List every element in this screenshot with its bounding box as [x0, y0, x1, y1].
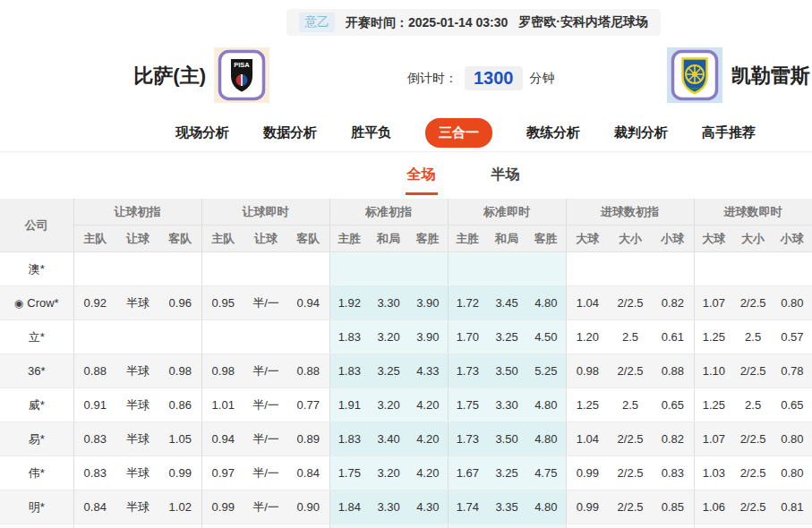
odds-cell: 2.5 — [609, 388, 652, 422]
odds-cell: 半/一 — [244, 456, 287, 490]
table-row: ◉Crow*0.92半球0.960.95半/一0.941.923.303.901… — [0, 286, 812, 320]
nav-tab-教练分析[interactable]: 教练分析 — [526, 124, 580, 141]
group-header: 让球初指 — [73, 199, 201, 226]
odds-cell: 0.90 — [287, 490, 329, 524]
table-row: Interwet*0.80半球0.900.70半球1.051.833.354.4… — [0, 524, 812, 528]
odds-cell: 1.75 — [448, 388, 487, 422]
countdown-value: 1300 — [465, 66, 523, 90]
sub-column-header: 和局 — [369, 226, 408, 252]
odds-cell: 3.35 — [369, 524, 408, 528]
soccer-ball-icon: ◉ — [14, 297, 23, 310]
odds-cell: 3.30 — [369, 286, 408, 320]
nav-tab-高手推荐[interactable]: 高手推荐 — [702, 124, 756, 141]
period-tab-全场[interactable]: 全场 — [406, 162, 438, 195]
odds-cell: 半/一 — [244, 286, 287, 320]
odds-cell: 0.86 — [159, 388, 201, 422]
odds-cell: 0.82 — [652, 422, 694, 456]
group-header: 进球数即时 — [694, 199, 812, 226]
sub-column-header: 和局 — [487, 226, 526, 252]
odds-cell: 半球 — [116, 422, 159, 456]
odds-cell: 半球 — [244, 524, 287, 528]
odds-cell: 1.25 — [694, 388, 733, 422]
odds-cell: 半球 — [116, 388, 159, 422]
odds-cell: 3.20 — [369, 320, 408, 354]
odds-cell — [287, 252, 329, 286]
odds-cell: 1.73 — [448, 354, 487, 388]
company-cell: 伟* — [0, 456, 73, 490]
odds-cell: 1.02 — [159, 490, 201, 524]
sub-column-header: 大球 — [566, 226, 609, 252]
odds-cell: 3.30 — [369, 490, 408, 524]
odds-cell: 1.72 — [448, 286, 487, 320]
odds-cell: 2/2.5 — [733, 354, 773, 388]
table-row: 36*0.88半球0.980.98半/一0.881.833.254.331.73… — [0, 354, 812, 388]
odds-cell: 2/2.5 — [609, 286, 652, 320]
odds-cell: 0.98 — [159, 354, 201, 388]
odds-cell: 2.5 — [609, 524, 652, 528]
venue-name: 罗密欧·安科内塔尼球场 — [518, 14, 648, 30]
nav-tab-数据分析[interactable]: 数据分析 — [263, 124, 317, 141]
odds-cell: 半球 — [116, 286, 159, 320]
group-header: 让球即时 — [201, 199, 329, 226]
odds-cell: 3.20 — [369, 388, 408, 422]
sub-column-header: 客队 — [287, 226, 329, 252]
odds-cell: 半球 — [116, 354, 159, 388]
odds-cell: 0.80 — [73, 524, 116, 528]
period-tab-半场[interactable]: 半场 — [490, 162, 522, 195]
odds-cell: 0.99 — [201, 490, 244, 524]
odds-cell: 0.89 — [287, 422, 329, 456]
period-tabs: 全场半场 — [57, 162, 812, 195]
svg-text:PISA: PISA — [234, 61, 250, 69]
odds-cell: 0.99 — [566, 456, 609, 490]
company-cell: 明* — [0, 490, 73, 524]
nav-tab-裁判分析[interactable]: 裁判分析 — [614, 124, 668, 141]
odds-cell: 0.98 — [201, 354, 244, 388]
odds-cell: 1.67 — [448, 456, 487, 490]
odds-cell: 4.20 — [408, 456, 448, 490]
odds-cell: 3.50 — [487, 422, 526, 456]
odds-cell: 4.80 — [526, 388, 566, 422]
odds-cell — [652, 252, 694, 286]
odds-cell: 半球 — [116, 456, 159, 490]
odds-cell: 1.07 — [694, 422, 733, 456]
odds-cell: 3.35 — [487, 490, 526, 524]
odds-cell: 0.99 — [159, 456, 201, 490]
odds-cell: 4.40 — [408, 524, 448, 528]
nav-tab-胜平负[interactable]: 胜平负 — [351, 124, 391, 141]
odds-cell: 0.90 — [159, 524, 201, 528]
odds-cell — [408, 252, 448, 286]
table-row: 威*0.91半球0.861.01半/一0.771.913.204.201.753… — [0, 388, 812, 422]
odds-cell: 0.91 — [73, 388, 116, 422]
countdown-label: 倒计时： — [407, 71, 457, 87]
odds-cell: 半/一 — [244, 422, 287, 456]
odds-cell: 0.80 — [773, 456, 812, 490]
sub-column-header: 客胜 — [408, 226, 448, 252]
odds-cell: 3.90 — [408, 286, 448, 320]
column-header-company: 公司 — [0, 199, 73, 252]
odds-cell: 0.70 — [201, 524, 244, 528]
odds-cell: 1.83 — [329, 320, 369, 354]
sub-column-header: 客胜 — [526, 226, 566, 252]
group-header: 标准即时 — [448, 199, 566, 226]
table-row: 立*1.833.203.901.703.254.501.202.50.611.2… — [0, 320, 812, 354]
odds-cell: 1.06 — [694, 490, 733, 524]
odds-cell: 4.80 — [526, 422, 566, 456]
odds-cell: 1.05 — [159, 422, 201, 456]
odds-cell: 3.25 — [369, 354, 408, 388]
odds-cell: 1.03 — [694, 456, 733, 490]
odds-cell: 2.5 — [733, 320, 773, 354]
odds-cell: 2.5 — [609, 320, 652, 354]
league-badge: 意乙 — [299, 13, 335, 32]
odds-cell: 4.20 — [408, 388, 448, 422]
odds-cell: 1.73 — [448, 422, 487, 456]
odds-cell: 2/2.5 — [733, 490, 773, 524]
nav-tab-现场分析[interactable]: 现场分析 — [175, 124, 229, 141]
nav-tab-三合一[interactable]: 三合一 — [425, 118, 492, 148]
odds-cell: 0.96 — [159, 286, 201, 320]
odds-cell: 半/一 — [244, 490, 287, 524]
odds-cell: 4.30 — [408, 490, 448, 524]
odds-cell: 1.92 — [329, 286, 369, 320]
odds-comparison-page: 意乙 开赛时间：2025-01-14 03:30 罗密欧·安科内塔尼球场 比萨(… — [0, 0, 812, 528]
odds-cell: 0.77 — [287, 388, 329, 422]
odds-cell: 4.75 — [526, 456, 566, 490]
